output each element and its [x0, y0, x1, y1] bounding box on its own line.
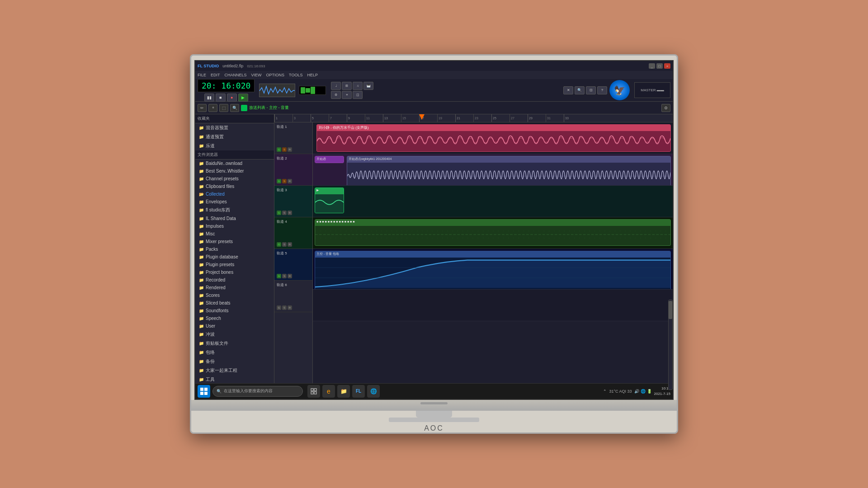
sidebar-item-project-bones[interactable]: 📁 Project bones	[195, 268, 274, 276]
clip-vocal-1[interactable]: 刘小静 - 你的万水千山 (女声版)	[316, 124, 671, 152]
vscroll-thumb[interactable]	[669, 301, 672, 319]
sidebar-item-mixpresets[interactable]: 📁 混音器预置	[195, 123, 274, 132]
sidebar-item-impulses[interactable]: 📁 Impulses	[195, 222, 274, 230]
sidebar-item-collected[interactable]: 📂 Collected	[195, 190, 274, 198]
sidebar-item-clipboard[interactable]: 📁 Clipboard files	[195, 183, 274, 190]
solo-btn-2[interactable]: S	[282, 179, 287, 183]
sidebar-item-bestserv[interactable]: 📁 Best Serv..Whistler	[195, 167, 274, 175]
clip-green-full[interactable]: ■ ■ ■ ■ ■ ■ ■ ■ ■ ■ ■ ■ ■ ■	[315, 219, 671, 246]
fl-btn[interactable]: FL	[352, 385, 365, 398]
sidebar-item-tools-cn[interactable]: 📁 工具	[195, 375, 274, 383]
record-btn-3[interactable]: R	[288, 211, 292, 215]
draw-icon[interactable]: ✏	[198, 104, 207, 112]
sidebar-item-baidu[interactable]: 📁 BaiduNe..ownload	[195, 160, 274, 167]
sidebar-item-channelpresets[interactable]: 📁 通道预置	[195, 132, 274, 141]
solo-btn-5[interactable]: S	[282, 274, 287, 278]
track-label-2[interactable]: 轨道 2 G S R	[274, 154, 312, 186]
sidebar-item-backup[interactable]: 📁 备份	[195, 357, 274, 366]
sidebar-item-rendered[interactable]: 📁 Rendered	[195, 284, 274, 291]
sidebar-item-ilshared[interactable]: 📁 IL Shared Data	[195, 215, 274, 222]
track-row-3[interactable]: ▶	[313, 186, 673, 217]
record-btn[interactable]: ●	[227, 94, 237, 102]
sidebar-item-flstudio[interactable]: 📁 fl studio东西	[195, 206, 274, 215]
btn-1[interactable]: ♩	[331, 82, 341, 90]
btn-3[interactable]: ♫	[353, 82, 363, 90]
btn-2[interactable]: ⊞	[342, 82, 352, 90]
clip-white-wave[interactable]: 开始虑点wgkkykk1 201200404	[347, 156, 671, 186]
btn-7[interactable]: ◫	[353, 91, 363, 99]
select-icon[interactable]: ⌖	[208, 104, 217, 112]
sidebar-item-speech[interactable]: 📁 Speech	[195, 314, 274, 322]
erase-icon[interactable]: ⬚	[219, 104, 228, 112]
clip-purple-small[interactable]: 开始虑	[315, 156, 344, 163]
record-btn-6[interactable]: R	[288, 305, 292, 310]
start-button[interactable]	[198, 385, 210, 398]
tool-btn-1[interactable]: ✕	[563, 86, 573, 94]
menu-help[interactable]: HELP	[307, 73, 318, 77]
menu-view[interactable]: VIEW	[251, 73, 262, 77]
btn-4[interactable]: 🎹	[363, 82, 373, 90]
btn-6[interactable]: ≡	[342, 91, 352, 99]
tool-btn-4[interactable]: ?	[597, 86, 607, 94]
clip-automation[interactable]: 主控 - 音量 包络	[315, 251, 671, 290]
track-row-1[interactable]: 刘小静 - 你的万水千山 (女声版)	[313, 122, 673, 154]
sidebar-item-envelopes[interactable]: 📁 Envelopes	[195, 198, 274, 206]
track-label-5[interactable]: 轨道 5 G S R	[274, 249, 312, 281]
menu-tools[interactable]: TOOLS	[289, 73, 302, 77]
sidebar-item-user[interactable]: 📁 User	[195, 322, 274, 330]
sidebar-item-packs[interactable]: 📁 Packs	[195, 245, 274, 253]
menu-channels[interactable]: CHANNELS	[225, 73, 247, 77]
menu-options[interactable]: OPTIONS	[266, 73, 285, 77]
track-row-4[interactable]: ■ ■ ■ ■ ■ ■ ■ ■ ■ ■ ■ ■ ■ ■	[313, 217, 673, 249]
maximize-btn[interactable]: □	[656, 63, 663, 69]
btn-5[interactable]: ⚙	[331, 91, 341, 99]
sidebar-item-envelope-cn[interactable]: 📁 包络	[195, 348, 274, 357]
settings-icon[interactable]: ⚙	[661, 104, 670, 112]
menu-edit[interactable]: EDIT	[211, 73, 220, 77]
clip-teal[interactable]: ▶	[315, 188, 344, 213]
tool-btn-3[interactable]: ⊡	[586, 86, 596, 94]
mute-btn-6[interactable]: G	[277, 305, 281, 310]
ie-btn[interactable]: e	[322, 385, 335, 398]
tool-btn-2[interactable]: 🔍	[575, 86, 585, 94]
sidebar-item-mixer-presets[interactable]: 📁 Mixer presets	[195, 238, 274, 245]
taskview-btn[interactable]	[307, 385, 320, 398]
close-btn[interactable]: ×	[664, 63, 670, 69]
mute-btn-3[interactable]: G	[277, 211, 281, 215]
mute-btn-5[interactable]: G	[277, 274, 281, 278]
zoom-icon[interactable]: 🔍	[230, 104, 239, 112]
play-btn[interactable]: ▶	[238, 94, 248, 102]
solo-btn-4[interactable]: S	[282, 242, 287, 247]
sidebar-item-soundfonts[interactable]: 📁 Soundfonts	[195, 307, 274, 314]
sidebar-item-plugin-presets[interactable]: 📁 Plugin presets	[195, 261, 274, 268]
sidebar-item-scores[interactable]: 📁 Scores	[195, 291, 274, 299]
pause-btn[interactable]: ▮▮	[204, 94, 214, 102]
vscroll-bar[interactable]	[668, 300, 673, 383]
sidebar-item-chongbo[interactable]: 📁 冲波	[195, 330, 274, 339]
mute-btn-4[interactable]: G	[277, 242, 281, 247]
monitor-button[interactable]	[420, 402, 448, 404]
track-label-3[interactable]: 轨道 3 G S R	[274, 186, 312, 217]
sidebar-item-plugin-db[interactable]: 📁 Plugin database	[195, 253, 274, 261]
sidebar-item-clipboard-cn[interactable]: 📁 剪贴板文件	[195, 339, 274, 348]
record-btn-2[interactable]: R	[288, 179, 292, 183]
mute-btn-2[interactable]: G	[277, 179, 281, 183]
sidebar-item-channel-presets[interactable]: 📁 Channel presets	[195, 175, 274, 183]
minimize-btn[interactable]: _	[649, 63, 655, 69]
record-btn-1[interactable]: R	[288, 147, 292, 152]
stop-btn[interactable]: ■	[216, 94, 226, 102]
record-btn-4[interactable]: R	[288, 242, 292, 247]
mute-btn-1[interactable]: G	[277, 147, 281, 152]
track-label-1[interactable]: 轨道 1 G S R	[274, 122, 312, 154]
files-btn[interactable]: 📁	[337, 385, 350, 398]
track-row-2[interactable]: 开始虑 开始虑点wgkkykk1 201200404	[313, 154, 673, 186]
solo-btn-6[interactable]: S	[282, 305, 287, 310]
solo-btn-1[interactable]: S	[282, 147, 287, 152]
track-label-6[interactable]: 轨道 6 G S R	[274, 281, 312, 312]
solo-btn-3[interactable]: S	[282, 211, 287, 215]
sidebar-item-misc[interactable]: 📁 Misc	[195, 230, 274, 238]
menu-file[interactable]: FILE	[198, 73, 206, 77]
browser-btn[interactable]: 🌐	[367, 385, 380, 398]
track-label-4[interactable]: 轨道 4 G S R	[274, 217, 312, 249]
track-row-5[interactable]: 主控 - 音量 包络	[313, 249, 673, 290]
